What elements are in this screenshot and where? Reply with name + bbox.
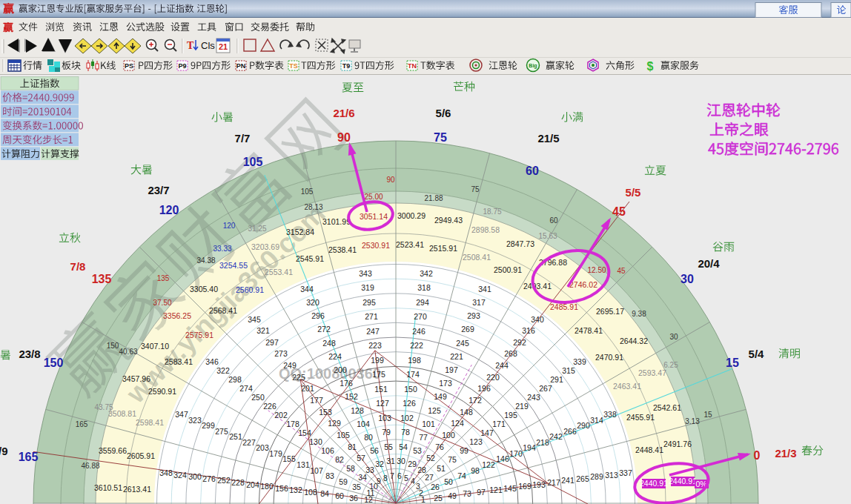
svg-text:90: 90 <box>337 131 351 144</box>
svg-text:75: 75 <box>434 131 447 144</box>
svg-text:100: 100 <box>442 431 455 440</box>
svg-text:104: 104 <box>357 420 370 428</box>
svg-text:6.25: 6.25 <box>663 361 678 369</box>
svg-text:344: 344 <box>300 285 314 294</box>
svg-text:21/6: 21/6 <box>333 107 354 119</box>
svg-text:201: 201 <box>301 384 314 393</box>
svg-text:2448.41: 2448.41 <box>635 445 663 454</box>
svg-text:80: 80 <box>364 433 373 442</box>
svg-text:127: 127 <box>376 399 389 408</box>
svg-text:165: 165 <box>76 420 88 428</box>
svg-text:106: 106 <box>321 446 334 455</box>
svg-text:73: 73 <box>463 489 471 498</box>
svg-text:3356.25: 3356.25 <box>163 311 191 320</box>
svg-text:108: 108 <box>304 488 317 497</box>
svg-text:274: 274 <box>239 384 253 393</box>
svg-text:33: 33 <box>365 465 374 474</box>
svg-text:322: 322 <box>216 366 230 375</box>
svg-text:5/6: 5/6 <box>436 107 451 119</box>
svg-text:30: 30 <box>669 333 678 341</box>
svg-text:202: 202 <box>274 411 288 420</box>
svg-text:60: 60 <box>549 216 558 225</box>
svg-text:244: 244 <box>495 361 509 370</box>
svg-text:339: 339 <box>573 357 586 366</box>
svg-text:193: 193 <box>532 480 546 489</box>
svg-text:30: 30 <box>397 457 405 465</box>
svg-text:296: 296 <box>311 311 325 320</box>
svg-text:57: 57 <box>357 454 365 462</box>
svg-text:204: 204 <box>246 480 259 489</box>
svg-text:292: 292 <box>513 338 526 347</box>
svg-text:7: 7 <box>390 471 394 480</box>
svg-text:146: 146 <box>496 454 509 463</box>
svg-text:15.63: 15.63 <box>538 232 557 240</box>
svg-text:197: 197 <box>445 365 458 374</box>
svg-text:15: 15 <box>703 411 712 419</box>
svg-text:79: 79 <box>382 428 391 437</box>
svg-text:122: 122 <box>482 460 495 469</box>
svg-text:28.13: 28.13 <box>304 203 322 211</box>
svg-text:54: 54 <box>399 442 408 451</box>
svg-text:2605.91: 2605.91 <box>127 451 155 460</box>
svg-text:153: 153 <box>319 408 332 417</box>
svg-text:2560.91: 2560.91 <box>236 285 264 294</box>
svg-text:300: 300 <box>188 472 202 481</box>
svg-text:165: 165 <box>19 451 39 463</box>
svg-text:269: 269 <box>461 325 474 334</box>
svg-text:222: 222 <box>410 341 423 350</box>
svg-text:12.50: 12.50 <box>587 266 606 274</box>
svg-text:34.38: 34.38 <box>196 256 215 265</box>
svg-text:173: 173 <box>439 379 452 388</box>
svg-text:3407.10: 3407.10 <box>141 342 169 351</box>
svg-text:30: 30 <box>681 273 694 285</box>
svg-text:196: 196 <box>477 384 491 393</box>
svg-text:120: 120 <box>159 204 179 216</box>
svg-text:178: 178 <box>286 420 299 428</box>
svg-text:18.75: 18.75 <box>483 208 501 216</box>
svg-text:102: 102 <box>400 414 414 422</box>
svg-text:249: 249 <box>283 361 297 370</box>
svg-text:TS: TS <box>289 62 298 70</box>
svg-text:3457.96: 3457.96 <box>122 374 150 383</box>
svg-text:2515.91: 2515.91 <box>429 244 457 253</box>
svg-text:34: 34 <box>358 473 367 482</box>
svg-text:291: 291 <box>550 375 563 384</box>
svg-text:315: 315 <box>562 366 575 375</box>
svg-text:313: 313 <box>605 471 618 480</box>
svg-text:156: 156 <box>275 484 288 493</box>
svg-text:105: 105 <box>301 188 314 196</box>
svg-text:3051.14: 3051.14 <box>360 212 388 221</box>
svg-text:297: 297 <box>265 338 279 347</box>
svg-text:247: 247 <box>366 327 380 336</box>
svg-text:82: 82 <box>335 455 344 464</box>
svg-text:15: 15 <box>726 357 739 369</box>
svg-text:2746.02: 2746.02 <box>569 280 597 289</box>
svg-text:250: 250 <box>251 393 265 402</box>
svg-text:101: 101 <box>422 420 435 428</box>
svg-text:2455.91: 2455.91 <box>626 413 655 422</box>
svg-text:179: 179 <box>269 449 282 458</box>
svg-text:243: 243 <box>527 393 540 402</box>
svg-text:248: 248 <box>322 339 336 348</box>
svg-text:2440.91: 2440.91 <box>640 479 668 488</box>
svg-text:55: 55 <box>384 442 393 451</box>
svg-text:338: 338 <box>603 410 617 419</box>
svg-text:83: 83 <box>325 471 334 480</box>
svg-text:90: 90 <box>386 176 395 184</box>
svg-text:78: 78 <box>401 428 410 437</box>
svg-text:50: 50 <box>444 477 453 486</box>
svg-text:4: 4 <box>411 477 415 485</box>
svg-text:27: 27 <box>425 473 434 482</box>
svg-text:135: 135 <box>157 274 170 282</box>
svg-text:76: 76 <box>435 442 444 451</box>
svg-text:246: 246 <box>412 327 426 336</box>
svg-text:PS: PS <box>125 62 133 70</box>
svg-text:53: 53 <box>413 446 422 455</box>
svg-text:343: 343 <box>359 269 372 278</box>
svg-text:97: 97 <box>477 488 486 497</box>
svg-text:154: 154 <box>298 428 311 437</box>
svg-text:171: 171 <box>492 420 506 428</box>
svg-text:314: 314 <box>590 416 603 425</box>
svg-text:7/8: 7/8 <box>70 260 86 273</box>
svg-text:124: 124 <box>451 419 464 428</box>
